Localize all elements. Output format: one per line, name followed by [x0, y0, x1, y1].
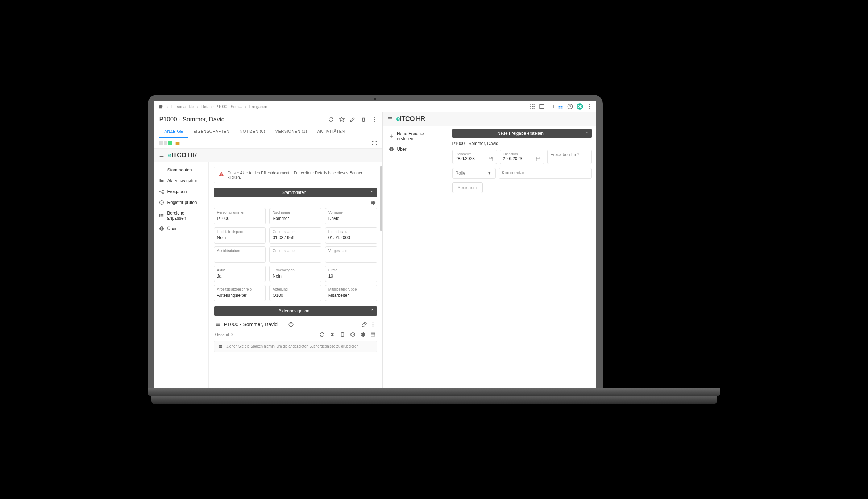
side-nav: Stammdaten Aktennavigation Freigaben Reg…: [154, 162, 209, 388]
nav-label: Über: [167, 226, 177, 231]
nav-freigaben[interactable]: Freigaben: [154, 186, 208, 197]
field-vorname: VornameDavid: [325, 208, 377, 224]
more-vert-icon[interactable]: [371, 117, 377, 122]
link-icon[interactable]: [361, 321, 367, 327]
tab-versionen[interactable]: VERSIONEN (1): [270, 125, 312, 138]
crumb-personalakte[interactable]: Personalakte: [171, 104, 194, 109]
gear-icon[interactable]: [360, 332, 366, 337]
svg-point-6: [530, 108, 531, 109]
star-icon[interactable]: [339, 117, 345, 122]
calendar-icon[interactable]: [488, 156, 494, 162]
warning-banner[interactable]: Dieser Akte fehlen Pflichtdokumente. Für…: [214, 167, 377, 183]
nav-ueber[interactable]: Über: [154, 223, 208, 234]
svg-point-55: [372, 325, 373, 327]
help-icon[interactable]: ?: [567, 104, 573, 109]
gift-icon[interactable]: [558, 104, 564, 109]
section-header-neue-freigabe[interactable]: Neue Freigabe erstellen⌃: [452, 129, 592, 138]
section-header-stammdaten[interactable]: Stammdaten⌃: [214, 188, 377, 197]
nav-stammdaten[interactable]: Stammdaten: [154, 165, 208, 175]
startdatum-field[interactable]: Startdatum 28.6.2023: [452, 150, 497, 164]
history-icon[interactable]: [350, 332, 356, 337]
tab-anzeige[interactable]: ANZEIGE: [159, 125, 188, 138]
result-count: Gesamt: 9: [215, 332, 315, 337]
layout-icon[interactable]: [539, 104, 545, 109]
nav-register-pruefen[interactable]: Register prüfen: [154, 197, 208, 208]
svg-point-8: [533, 108, 535, 109]
freigeben-fuer-field[interactable]: Freigeben für *: [547, 150, 592, 164]
info-icon: [159, 226, 165, 232]
svg-point-44: [161, 227, 162, 228]
enddatum-field[interactable]: Enddatum 29.6.2023: [500, 150, 544, 164]
delete-icon[interactable]: [361, 117, 366, 122]
menu-icon[interactable]: [215, 321, 221, 327]
logo: eITCO HR: [168, 151, 197, 159]
drag-group-hint[interactable]: Ziehen Sie die Spalten hierhin, um die a…: [214, 341, 377, 352]
svg-point-54: [372, 324, 373, 325]
svg-point-72: [391, 147, 392, 148]
tab-aktivitaeten[interactable]: AKTIVITÄTEN: [312, 125, 350, 138]
check-refresh-icon: [159, 200, 165, 205]
tab-eigenschaften[interactable]: EIGENSCHAFTEN: [188, 125, 234, 138]
svg-point-22: [374, 119, 375, 120]
field-mitarbeitergruppe: MitarbeitergruppeMitarbeiter: [325, 285, 377, 301]
refresh-icon[interactable]: [319, 332, 325, 337]
columns-icon[interactable]: [370, 332, 376, 337]
chevron-up-icon: ⌃: [585, 131, 588, 135]
svg-rect-9: [540, 105, 544, 109]
info-outline-icon[interactable]: [288, 321, 294, 327]
breadcrumb: ‹ Personalakte › Details: P1000 - Som...…: [158, 104, 529, 109]
menu-icon[interactable]: [159, 152, 165, 158]
svg-rect-56: [341, 332, 344, 336]
field-rechtstreitsperre: RechtstreitsperreNein: [214, 227, 266, 244]
drag-icon: [218, 344, 224, 349]
svg-point-1: [532, 104, 533, 105]
fullscreen-icon[interactable]: [371, 140, 377, 146]
top-app-bar: ‹ Personalakte › Details: P1000 - Som...…: [154, 101, 596, 112]
svg-point-20: [589, 108, 590, 109]
filter-icon: [159, 167, 165, 173]
svg-point-53: [372, 322, 373, 323]
warning-icon: [219, 171, 224, 177]
unlink-icon[interactable]: [329, 332, 335, 337]
field-abteilung: AbteilungO100: [269, 285, 321, 301]
nav-aktennavigation[interactable]: Aktennavigation: [154, 175, 208, 186]
folder-icon: [159, 178, 165, 184]
nav-neue-freigabe[interactable]: Neue Freigabe erstellen: [386, 129, 444, 144]
field-nachname: NachnameSommer: [269, 208, 321, 224]
gear-icon[interactable]: [370, 200, 376, 206]
tab-notizen[interactable]: NOTIZEN (0): [234, 125, 270, 138]
status-dot: [168, 141, 172, 145]
home-icon[interactable]: [158, 104, 164, 109]
chevron-left-icon: ‹: [167, 104, 168, 109]
card-icon[interactable]: [548, 104, 554, 109]
svg-point-21: [374, 117, 375, 118]
kommentar-field[interactable]: Kommentar: [499, 168, 592, 179]
calendar-icon[interactable]: [535, 156, 541, 162]
field-geburtsdatum: Geburtsdatum01.03.1956: [269, 227, 321, 244]
more-vert-icon[interactable]: [370, 321, 376, 327]
speichern-button[interactable]: Speichern: [452, 182, 483, 193]
more-vert-icon[interactable]: [587, 104, 593, 109]
svg-text:?: ?: [569, 105, 571, 108]
crumb-details[interactable]: Details: P1000 - Som...: [201, 104, 242, 109]
svg-line-33: [161, 190, 162, 191]
nav-bereiche-anpassen[interactable]: Bereiche anpassen: [154, 208, 208, 223]
chevron-right-icon: ›: [197, 104, 198, 109]
svg-point-39: [159, 214, 159, 215]
refresh-icon[interactable]: [328, 117, 334, 122]
drag-hint-text: Ziehen Sie die Spalten hierhin, um die a…: [227, 344, 359, 348]
crumb-freigaben[interactable]: Freigaben: [249, 104, 267, 109]
edit-icon[interactable]: [350, 117, 356, 122]
avatar[interactable]: DS: [577, 103, 583, 110]
svg-point-32: [162, 192, 163, 194]
apps-grid-icon[interactable]: [529, 104, 535, 109]
rolle-select[interactable]: Rolle▾: [452, 168, 496, 179]
menu-icon[interactable]: [387, 116, 393, 122]
svg-rect-13: [561, 106, 562, 107]
section-header-aktennavigation[interactable]: Aktennavigation⌃: [214, 306, 377, 316]
svg-point-19: [589, 106, 590, 107]
nav-ueber-right[interactable]: Über: [386, 144, 444, 155]
svg-point-46: [221, 175, 221, 176]
scrollbar[interactable]: [380, 162, 382, 388]
clipboard-icon[interactable]: [340, 332, 345, 337]
